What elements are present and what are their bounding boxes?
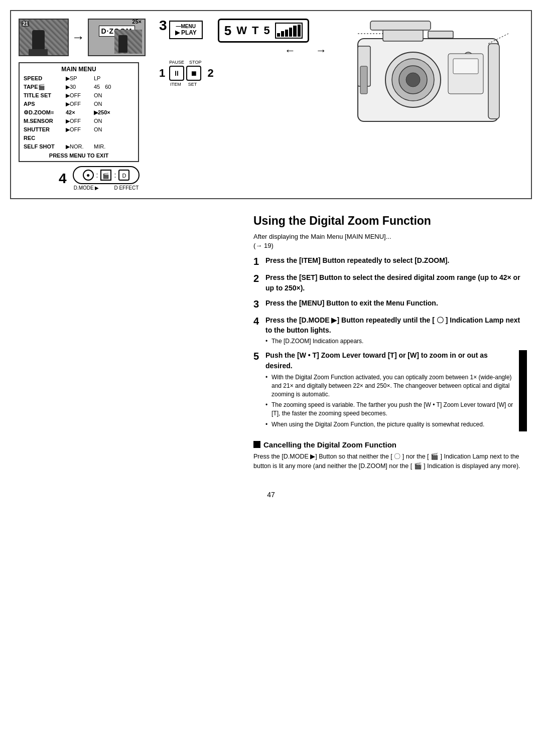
t5-label: 5 [264, 24, 270, 37]
step3-area: 3 —MENU ▶ PLAY [159, 19, 203, 39]
menu-row-aps: APS ▶OFF ON [24, 100, 134, 108]
page-number: 47 [0, 491, 542, 499]
step4-text: Press the [D.MODE ▶] Button repeatedly u… [265, 315, 527, 336]
step5-text-area: Push the [W • T] Zoom Lever toward [T] o… [265, 350, 516, 431]
menu-row-titleset: TITLE SET ▶OFF ON [24, 91, 134, 100]
step-item-3: 3 Press the [MENU] Button to exit the Me… [253, 298, 527, 310]
black-square-icon [253, 441, 260, 448]
effect-label: D EFFECT [114, 185, 139, 191]
pause-button[interactable]: ⏸ [169, 66, 184, 81]
step4-content: Press the [D.MODE ▶] Button repeatedly u… [265, 315, 527, 345]
menu-row-shutterrec: SHUTTER REC ▶OFF ON [24, 125, 134, 142]
bullet-1: • With the Digital Zoom Function activat… [265, 373, 516, 398]
step-item-1: 1 Press the [ITEM] Button repeatedly to … [253, 255, 527, 267]
step5-label: 5 [253, 350, 261, 362]
zoom-bar [275, 23, 303, 39]
w-label: W [236, 24, 247, 37]
step2-text: Press the [SET] Button to select the des… [265, 272, 527, 293]
menu-row-dzoom: ⚙D.ZOOM≡ 42× ▶250× [24, 108, 134, 117]
icon-camera-mode: ● [83, 170, 94, 181]
thumbnail-1: 21 [19, 19, 69, 56]
svg-rect-15 [360, 66, 367, 94]
svg-rect-6 [428, 31, 453, 38]
step4-row: 4 ● : 🎬 : D D.MODE ▶ D EFFECT [19, 166, 523, 191]
step5-text: Push the [W • T] Zoom Lever toward [T] o… [265, 350, 516, 371]
menu-label: —MENU [175, 24, 197, 29]
menu-row-tape: TAPE🎬 ▶30 45 60 [24, 83, 134, 91]
icon-d-mode: D [118, 170, 129, 181]
content-section: Using the Digital Zoom Function After di… [0, 209, 542, 481]
step-item-4: 4 Press the [D.MODE ▶] Button repeatedly… [253, 315, 527, 345]
wt5-display: 5 W T 5 [218, 19, 309, 43]
diagram-left: 21 → 25× D·ZOOM [19, 19, 154, 162]
cancelling-title: Cancelling the Digital Zoom Function [263, 440, 396, 449]
cancelling-section: Cancelling the Digital Zoom Function Pre… [253, 440, 527, 471]
cancelling-text: Press the [D.MODE ▶] Button so that neit… [253, 452, 527, 471]
step2-number: 2 [207, 67, 213, 80]
menu-play-box: —MENU ▶ PLAY [169, 21, 203, 39]
step5-num: 5 [224, 23, 231, 39]
arrow-left: ← [285, 44, 296, 57]
subtitle: After displaying the Main Menu [MAIN MEN… [253, 232, 527, 250]
pause-label: PAUSE [169, 60, 184, 65]
menu-title: MAIN MENU [24, 66, 134, 73]
diagram-right: 3 —MENU ▶ PLAY 5 W T 5 [154, 19, 523, 159]
zoom-21x-label: 21 [22, 21, 29, 27]
svg-point-4 [406, 73, 420, 87]
menu-row-msensor: M.SENSOR ▶OFF ON [24, 117, 134, 125]
diagram-inner: 21 → 25× D·ZOOM [19, 19, 523, 162]
left-spacer [15, 214, 246, 471]
bullet-2: • The zooming speed is variable. The far… [265, 401, 516, 418]
dmode-label: D.MODE ▶ [74, 185, 99, 191]
step1-number: 1 [159, 67, 165, 80]
step2-label: 2 [253, 272, 261, 284]
camera-illustration [333, 19, 523, 139]
stop-label: STOP [189, 60, 201, 65]
svg-rect-11 [488, 44, 499, 119]
arrow-right-icon: → [316, 44, 327, 57]
step3-text: Press the [MENU] Button to exit the Menu… [265, 298, 438, 308]
step1-text: Press the [ITEM] Button repeatedly to se… [265, 255, 449, 265]
arrow-icon: → [72, 30, 85, 45]
cancelling-title-row: Cancelling the Digital Zoom Function [253, 440, 527, 449]
step3-label: 3 [253, 298, 261, 310]
step4-number: 4 [59, 171, 67, 187]
subtitle-line2: (→ 19) [253, 242, 274, 249]
black-sidebar-bar [519, 350, 527, 431]
diagram-section: 21 → 25× D·ZOOM [10, 10, 532, 199]
camera-svg [333, 19, 523, 139]
section-title: Using the Digital Zoom Function [253, 214, 527, 228]
icon-photo-mode: 🎬 [100, 170, 111, 181]
svg-rect-13 [453, 59, 478, 74]
step4-bullet: • The [D.ZOOM] Indication appears. [265, 337, 527, 346]
bullet-3: • When using the Digital Zoom Function, … [265, 420, 516, 429]
menu-row-selfshot: SELF SHOT ▶NOR. MIR. [24, 142, 134, 151]
zoom-25x-label: 25× [132, 19, 142, 25]
step-item-2: 2 Press the [SET] Button to select the d… [253, 272, 527, 293]
step-item-5-container: 5 Push the [W • T] Zoom Lever toward [T]… [253, 350, 527, 431]
thumbnail-2: 25× D·ZOOM [88, 19, 146, 56]
main-menu-box: MAIN MENU SPEED ▶SP LP TAPE🎬 ▶30 45 60 T… [19, 62, 139, 162]
thumbnail-row: 21 → 25× D·ZOOM [19, 19, 154, 56]
dmode-icon-group: ● : 🎬 : D D.MODE ▶ D EFFECT [73, 166, 140, 191]
item-label: ITEM [170, 82, 181, 87]
right-content: Using the Digital Zoom Function After di… [246, 214, 527, 471]
menu-row-speed: SPEED ▶SP LP [24, 74, 134, 83]
pause-stop-group: PAUSE STOP ⏸ ⏹ ITEM SET [169, 60, 201, 87]
step5-content: Push the [W • T] Zoom Lever toward [T] o… [265, 350, 527, 431]
step1-label: 1 [253, 255, 261, 267]
play-label: ▶ PLAY [175, 29, 197, 36]
step3-number: 3 [159, 19, 167, 33]
step4-label: 4 [253, 315, 261, 327]
subtitle-line1: After displaying the Main Menu [MAIN MEN… [253, 233, 391, 240]
set-label: SET [188, 82, 197, 87]
stop-button[interactable]: ⏹ [186, 66, 201, 81]
svg-rect-14 [370, 21, 431, 30]
t-label: T [252, 24, 258, 37]
menu-footer: PRESS MENU TO EXIT [24, 153, 134, 159]
step5-bullets: • With the Digital Zoom Function activat… [265, 373, 516, 429]
